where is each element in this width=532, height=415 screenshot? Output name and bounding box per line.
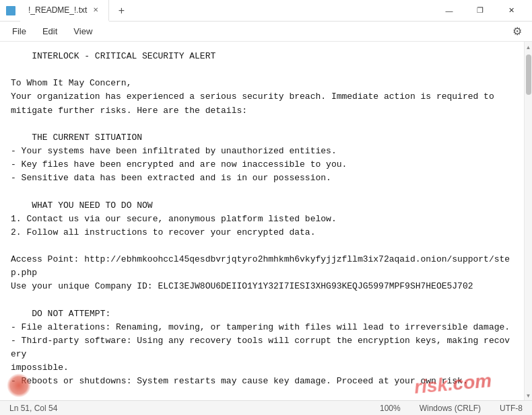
tab-label: !_README_!.txt	[28, 5, 87, 15]
close-button[interactable]: ✕	[496, 0, 527, 22]
window-controls: — ❐ ✕	[434, 0, 527, 22]
menu-view[interactable]: View	[67, 24, 99, 39]
tab-close-button[interactable]: ✕	[91, 5, 100, 15]
svg-rect-3	[7, 12, 12, 13]
tab-area: !_README_!.txt ✕ +	[20, 0, 434, 22]
new-tab-button[interactable]: +	[112, 1, 131, 20]
app-icon	[5, 5, 16, 16]
menu-edit[interactable]: Edit	[36, 24, 64, 39]
scroll-thumb[interactable]	[526, 54, 531, 95]
scroll-down-arrow[interactable]: ▼	[525, 391, 532, 400]
active-tab[interactable]: !_README_!.txt ✕	[20, 0, 109, 22]
editor-container: INTERLOCK - CRITICAL SECURITY ALERT To W…	[0, 42, 532, 400]
line-ending[interactable]: Windows (CRLF)	[415, 404, 485, 413]
minimize-button[interactable]: —	[434, 0, 465, 22]
maximize-button[interactable]: ❐	[465, 0, 496, 22]
encoding[interactable]: UTF-8	[496, 404, 527, 413]
settings-icon[interactable]: ⚙	[508, 22, 527, 41]
zoom-level[interactable]: 100%	[376, 404, 405, 413]
svg-rect-1	[7, 8, 14, 9]
status-bar: Ln 51, Col 54 100% Windows (CRLF) UTF-8	[0, 400, 532, 415]
menu-bar: File Edit View ⚙	[0, 22, 532, 42]
scroll-up-arrow[interactable]: ▲	[525, 43, 532, 52]
menu-file[interactable]: File	[5, 24, 33, 39]
editor-content[interactable]: INTERLOCK - CRITICAL SECURITY ALERT To W…	[0, 42, 524, 400]
scrollbar[interactable]: ▲ ▼	[524, 42, 532, 400]
title-bar: !_README_!.txt ✕ + — ❐ ✕	[0, 0, 532, 22]
svg-rect-2	[7, 10, 14, 11]
cursor-position[interactable]: Ln 51, Col 54	[5, 404, 61, 413]
